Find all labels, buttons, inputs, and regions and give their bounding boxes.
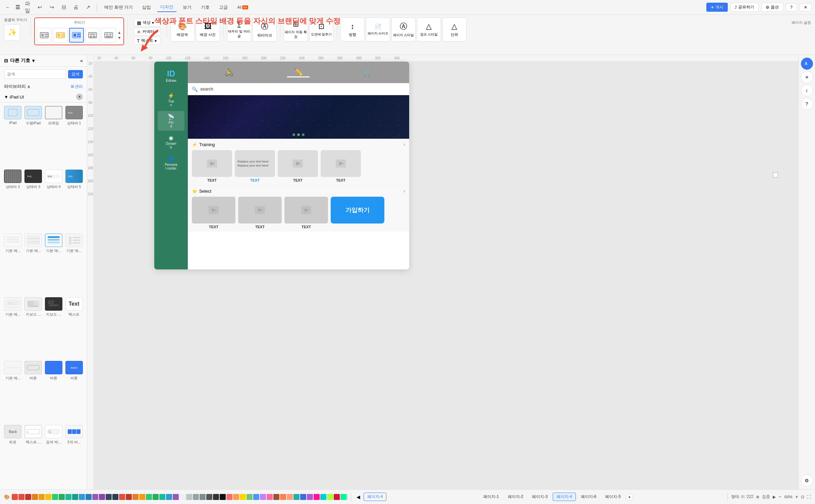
watermark-button[interactable]: Ⓐ 워터마크 <box>253 17 277 42</box>
direction-button[interactable]: ↕ 방향 <box>340 17 365 42</box>
canvas-area[interactable]: 20 40 60 80 100 120 140 160 180 200 220 … <box>87 55 798 489</box>
color-swatch[interactable] <box>112 494 118 500</box>
color-swatch[interactable] <box>267 494 273 500</box>
list-item[interactable]: 9:41 상태바 1 <box>65 106 83 167</box>
color-swatch[interactable] <box>206 494 212 500</box>
color-swatch[interactable] <box>334 494 340 500</box>
print-button[interactable]: 🖨 <box>71 3 80 12</box>
menu-main[interactable]: 메인 화면 가기 <box>101 3 136 12</box>
file-menu[interactable]: 파일 <box>23 3 32 12</box>
color-swatch[interactable] <box>79 494 85 500</box>
layout-btn-4[interactable] <box>85 28 100 43</box>
color-swatch[interactable] <box>320 494 326 500</box>
list-item[interactable]: 기본 메... <box>45 234 63 295</box>
list-item[interactable]: 프레임 <box>45 106 63 167</box>
color-swatch[interactable] <box>226 494 232 500</box>
ipad-ui-close-button[interactable]: × <box>76 93 83 100</box>
add-page-button[interactable]: + <box>626 493 633 501</box>
color-swatch[interactable] <box>293 494 300 500</box>
color-swatch[interactable] <box>213 494 219 500</box>
training-card-1[interactable]: TEXT <box>192 150 232 182</box>
properties-panel-button[interactable]: ≡ <box>801 71 813 83</box>
undo-button[interactable]: ↩ <box>35 3 44 12</box>
training-card-4[interactable]: TEXT <box>321 150 361 182</box>
color-swatch[interactable] <box>99 494 105 500</box>
color-swatch[interactable] <box>186 494 192 500</box>
color-swatch[interactable] <box>240 494 246 500</box>
connector-button[interactable]: ⤬ 커넥터 ▾ <box>134 28 161 36</box>
select-card-1[interactable]: TEXT <box>192 197 235 229</box>
page-tab-1[interactable]: 페이지-1 <box>480 493 503 501</box>
color-swatch[interactable] <box>233 494 239 500</box>
page-tab-3[interactable]: 페이지-3 <box>528 493 551 501</box>
color-swatch[interactable] <box>153 494 159 500</box>
focus-btn[interactable]: 집중 <box>762 494 770 500</box>
device-nav-train[interactable]: ⚡ Train <box>158 90 184 110</box>
list-item[interactable]: Back 뒤로 <box>4 425 22 486</box>
color-swatch[interactable] <box>314 494 320 500</box>
color-swatch[interactable] <box>12 494 18 500</box>
list-item[interactable]: 3개 버... <box>65 425 83 486</box>
color-swatch[interactable] <box>280 494 286 500</box>
list-item[interactable]: 수평iPad <box>24 106 42 167</box>
color-swatch[interactable] <box>307 494 313 500</box>
menu-ai[interactable]: AI hot <box>234 3 252 11</box>
list-item[interactable]: 9:41 상태바 3 <box>24 170 42 231</box>
layout-btn-1[interactable] <box>37 28 52 43</box>
nav-back-button[interactable]: ← <box>3 3 13 12</box>
color-swatch[interactable] <box>179 494 185 500</box>
close-button[interactable]: ✕ <box>800 3 812 11</box>
list-item[interactable]: 기본 메... <box>4 297 22 358</box>
fullscreen-btn[interactable]: ⛶ <box>807 495 811 499</box>
page-expand-button[interactable]: ⊞ 페이지 자동 확장 <box>284 17 308 42</box>
device-nav-find[interactable]: 📡 Find <box>158 111 184 131</box>
unit-button[interactable]: △ 단위 <box>442 17 467 42</box>
training-card-2[interactable]: Replace your text here! Replace your tex… <box>235 150 275 182</box>
search-button[interactable]: 검색 <box>68 70 83 78</box>
color-swatch[interactable] <box>220 494 226 500</box>
page-tab-2[interactable]: 페이지-2 <box>504 493 527 501</box>
bg-color-button[interactable]: 🎨 배경색 <box>170 17 195 42</box>
color-swatch[interactable] <box>119 494 125 500</box>
jump-button[interactable]: △ 점프 스타일 <box>417 17 441 42</box>
help-panel-button[interactable]: ? <box>801 98 813 110</box>
color-swatch[interactable] <box>273 494 279 500</box>
resize-handle[interactable] <box>773 172 778 178</box>
banner-dot-1[interactable] <box>292 133 295 136</box>
color-swatch[interactable] <box>247 494 253 500</box>
collapse-btn[interactable]: « <box>80 58 83 63</box>
color-swatch[interactable] <box>139 494 145 500</box>
list-item[interactable]: iPad <box>4 106 22 167</box>
device-nav-personal[interactable]: 👤 Personal center <box>158 153 184 173</box>
training-more-arrow[interactable]: › <box>403 141 405 147</box>
arrange-panel-button[interactable]: ↕ <box>801 84 813 97</box>
library-toggle-icon[interactable]: ∧ <box>27 84 31 89</box>
page-tab-5[interactable]: 페이지-5 <box>601 493 624 501</box>
page-tab-4[interactable]: 페이지-4 <box>553 493 576 501</box>
layout-btn-2[interactable] <box>53 28 68 43</box>
color-swatch[interactable] <box>59 494 65 500</box>
menu-view[interactable]: 보기 <box>179 3 195 12</box>
color-swatch[interactable] <box>159 494 165 500</box>
banner-dot-3[interactable] <box>302 133 305 136</box>
list-item[interactable]: 9:41 상태바 4 <box>45 170 63 231</box>
layout-btn-3[interactable] <box>69 28 84 43</box>
color-swatch[interactable] <box>253 494 259 500</box>
style-panel-button[interactable]: A <box>801 58 813 70</box>
list-item[interactable]: 키보드 ... <box>45 297 63 358</box>
page-tab-6[interactable]: 페이지-6 <box>577 493 600 501</box>
border-button[interactable]: T̲ 테두리 및 머리글 <box>227 17 251 42</box>
list-item[interactable]: 9:41 상태바 5 <box>65 170 83 231</box>
color-swatch[interactable] <box>132 494 139 500</box>
color-swatch[interactable] <box>32 494 38 500</box>
publish-button[interactable]: ✈ 게시 <box>706 3 728 12</box>
training-card-3[interactable]: TEXT <box>278 150 318 182</box>
list-item[interactable]: 기본 메... <box>65 234 83 295</box>
share-export-button[interactable]: ↗ <box>83 3 93 12</box>
color-button[interactable]: ▦ 색상 ▾ <box>134 19 161 26</box>
color-swatch[interactable] <box>65 494 71 500</box>
color-swatch[interactable] <box>193 494 199 500</box>
select-more-arrow[interactable]: › <box>403 188 405 194</box>
zoom-in-btn[interactable]: + <box>795 494 798 500</box>
color-swatch[interactable] <box>92 494 98 500</box>
